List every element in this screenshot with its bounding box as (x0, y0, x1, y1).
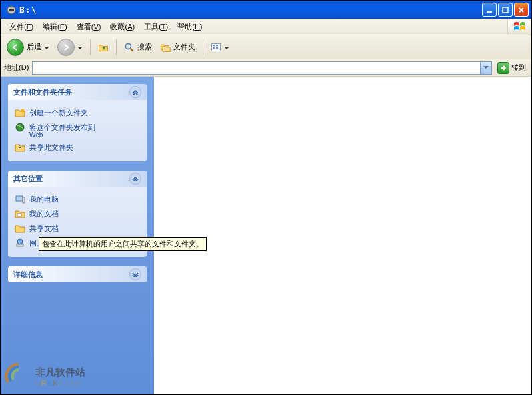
chevron-up-icon (129, 86, 141, 98)
panel-tasks: 文件和文件夹任务 创建一个新文件夹 将这个文件夹发布到 Web 共享此文件夹 (8, 84, 147, 161)
windows-flag-icon (507, 19, 531, 35)
watermark: 非凡软件站 CRSKY.com (5, 362, 85, 390)
svg-rect-16 (17, 244, 23, 246)
search-icon (124, 42, 135, 53)
svg-point-11 (16, 123, 24, 131)
menu-view[interactable]: 查看(V) (72, 20, 106, 34)
svg-rect-1 (9, 9, 14, 11)
share-folder-icon (15, 142, 25, 153)
main-content-area (154, 77, 531, 394)
panel-places-header[interactable]: 其它位置 (8, 171, 147, 187)
minimize-button[interactable] (482, 3, 497, 17)
menu-tools[interactable]: 工具(T) (139, 20, 173, 34)
up-button[interactable] (95, 41, 111, 54)
views-button[interactable] (208, 41, 232, 54)
address-label: 地址(D) (4, 63, 29, 73)
window-icon (6, 5, 17, 15)
svg-rect-13 (23, 197, 25, 203)
svg-rect-2 (487, 11, 492, 13)
place-my-computer[interactable]: 我的电脑 (15, 192, 140, 206)
place-shared-documents[interactable]: 共享文档 (15, 221, 140, 236)
chevron-down-icon (129, 268, 141, 280)
network-icon (15, 238, 25, 248)
svg-point-10 (21, 109, 25, 113)
address-input[interactable] (33, 62, 480, 74)
documents-icon (15, 208, 25, 219)
panel-tasks-title: 文件和文件夹任务 (13, 87, 72, 97)
panel-details-title: 详细信息 (13, 270, 43, 280)
task-share[interactable]: 共享此文件夹 (15, 140, 140, 155)
watermark-en: CRSKY.com (35, 379, 85, 387)
watermark-logo-icon (5, 362, 33, 390)
watermark-cn: 非凡软件站 (35, 366, 85, 379)
menubar: 文件(F) 编辑(E) 查看(V) 收藏(A) 工具(T) 帮助(H) (1, 19, 531, 35)
folder-up-icon (98, 42, 109, 53)
back-button[interactable]: 后退 (4, 37, 52, 57)
titlebar: B:\ (1, 1, 531, 19)
menu-file[interactable]: 文件(F) (5, 20, 38, 34)
menu-help[interactable]: 帮助(H) (173, 20, 207, 34)
address-dropdown-button[interactable] (480, 62, 491, 74)
place-my-documents[interactable]: 我的文档 (15, 206, 140, 221)
window-title: B:\ (19, 5, 482, 15)
content-area: 文件和文件夹任务 创建一个新文件夹 将这个文件夹发布到 Web 共享此文件夹 (1, 77, 531, 394)
tooltip: 包含在此计算机的用户之间共享的文件和文件夹。 (39, 237, 207, 251)
maximize-button[interactable] (498, 3, 513, 17)
panel-details: 详细信息 (8, 266, 147, 282)
svg-rect-7 (216, 45, 218, 46)
panel-details-header[interactable]: 详细信息 (8, 266, 147, 282)
panel-places: 其它位置 我的电脑 我的文档 共享文档 网上邻居 (8, 171, 147, 257)
svg-rect-9 (216, 47, 218, 49)
back-dropdown-icon (44, 43, 49, 51)
place-shared-documents-label: 共享文档 (29, 224, 59, 234)
place-my-documents-label: 我的文档 (29, 209, 59, 219)
forward-button[interactable] (55, 37, 85, 57)
forward-icon (57, 39, 75, 56)
chevron-up-icon (129, 173, 141, 185)
back-label: 后退 (27, 42, 41, 52)
go-arrow-icon (497, 62, 509, 74)
address-input-wrap (32, 61, 492, 75)
views-dropdown-icon (224, 43, 229, 51)
task-share-label: 共享此文件夹 (29, 143, 73, 153)
computer-icon (15, 194, 25, 204)
svg-rect-3 (503, 7, 508, 13)
panel-tasks-header[interactable]: 文件和文件夹任务 (8, 84, 147, 100)
svg-point-15 (17, 239, 23, 244)
go-button[interactable]: 转到 (495, 61, 528, 75)
search-button[interactable]: 搜索 (121, 41, 155, 54)
panel-places-title: 其它位置 (13, 174, 43, 184)
folders-icon (160, 42, 171, 53)
svg-rect-14 (17, 214, 21, 216)
go-label: 转到 (511, 63, 526, 73)
svg-rect-12 (16, 196, 23, 201)
close-button[interactable] (514, 3, 529, 17)
task-publish-sub: Web (29, 131, 140, 139)
sidebar: 文件和文件夹任务 创建一个新文件夹 将这个文件夹发布到 Web 共享此文件夹 (1, 77, 154, 394)
task-new-folder[interactable]: 创建一个新文件夹 (15, 105, 140, 120)
toolbar: 后退 搜索 文件夹 (1, 35, 531, 59)
svg-rect-6 (213, 45, 215, 46)
forward-dropdown-icon (77, 43, 83, 51)
new-folder-icon (15, 107, 25, 118)
folders-label: 文件夹 (173, 42, 195, 52)
task-new-folder-label: 创建一个新文件夹 (29, 108, 88, 118)
folders-button[interactable]: 文件夹 (157, 41, 198, 54)
views-icon (211, 42, 221, 53)
shared-docs-icon (15, 223, 25, 234)
search-label: 搜索 (137, 42, 152, 52)
place-my-computer-label: 我的电脑 (29, 195, 59, 204)
menu-edit[interactable]: 编辑(E) (38, 20, 72, 34)
svg-rect-8 (213, 47, 215, 49)
back-icon (7, 39, 24, 56)
addressbar: 地址(D) 转到 (1, 59, 531, 77)
globe-icon (15, 122, 25, 133)
svg-point-4 (125, 43, 131, 49)
menu-favorites[interactable]: 收藏(A) (105, 20, 139, 34)
